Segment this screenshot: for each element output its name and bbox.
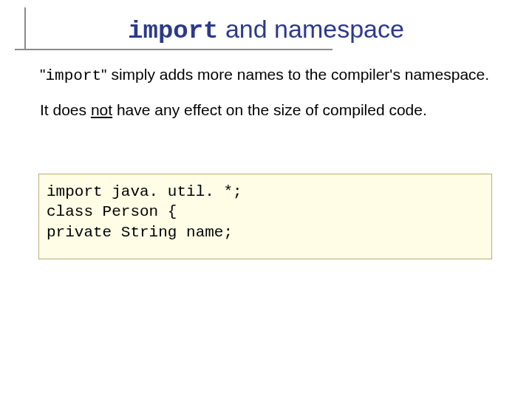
paragraph-2: It does not have any effect on the size … bbox=[40, 100, 495, 120]
inline-code-import: import bbox=[45, 67, 101, 84]
paragraph-2-post: have any effect on the size of compiled … bbox=[112, 101, 427, 118]
paragraph-1: "import" simply adds more names to the c… bbox=[40, 65, 495, 86]
code-block: import java. util. *; class Person { pri… bbox=[38, 174, 492, 259]
title-underline bbox=[15, 49, 332, 50]
title-keyword: import bbox=[128, 17, 218, 45]
slide: import and namespace "import" simply add… bbox=[0, 0, 532, 399]
code-line-3: private String name; bbox=[47, 224, 233, 241]
code-line-2: class Person { bbox=[47, 203, 177, 220]
title-rest: and namespace bbox=[219, 15, 404, 43]
slide-title: import and namespace bbox=[0, 15, 532, 45]
paragraph-1-rest: " simply adds more names to the compiler… bbox=[101, 66, 489, 83]
code-line-1: import java. util. *; bbox=[47, 183, 242, 200]
slide-body: "import" simply adds more names to the c… bbox=[40, 65, 495, 120]
emphasis-not: not bbox=[91, 101, 112, 118]
paragraph-2-pre: It does bbox=[40, 101, 91, 118]
